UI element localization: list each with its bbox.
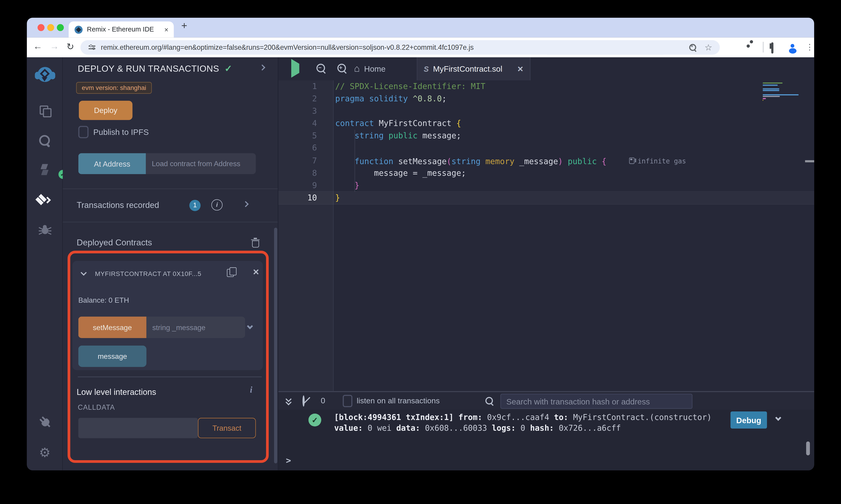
code-line-4[interactable]: 4contract MyFirstContract { xyxy=(278,118,814,130)
browser-menu-icon[interactable]: ⋮ xyxy=(806,42,813,52)
publish-ipfs-checkbox[interactable] xyxy=(79,126,89,138)
plugin-manager-icon[interactable] xyxy=(27,415,63,428)
code-line-9[interactable]: 9 } xyxy=(278,179,814,192)
code-line-8[interactable]: 8 message = _message; xyxy=(278,167,814,179)
transactions-expand-chevron-icon[interactable] xyxy=(243,201,249,207)
file-explorer-icon[interactable] xyxy=(27,106,63,116)
divider xyxy=(63,222,278,222)
zoom-page-icon[interactable]: + xyxy=(689,43,697,52)
transactions-recorded-label: Transactions recorded xyxy=(77,200,159,210)
home-tab-label: Home xyxy=(364,65,385,73)
panel-title: DEPLOY & RUN TRANSACTIONS xyxy=(78,64,219,74)
tab-file-active[interactable]: S MyFirstContract.sol ✕ xyxy=(417,57,531,80)
code-line-6[interactable]: 6 xyxy=(278,142,814,155)
balance-label: Balance: 0 ETH xyxy=(79,296,129,304)
bookmark-star-icon[interactable]: ☆ xyxy=(705,42,713,53)
file-tab-label: MyFirstContract.sol xyxy=(433,65,513,73)
editor-scrollbar-thumb[interactable] xyxy=(805,160,814,162)
clear-console-icon[interactable] xyxy=(303,396,305,406)
debugger-icon[interactable] xyxy=(27,224,63,235)
solidity-file-icon: S xyxy=(424,65,429,73)
deploy-button[interactable]: Deploy xyxy=(79,101,133,120)
publish-ipfs-label: Publish to IPFS xyxy=(93,128,149,137)
code-line-1[interactable]: 1// SPDX-License-Identifier: MIT xyxy=(278,80,814,93)
listen-all-label: listen on all transactions xyxy=(357,396,440,405)
tab-title: Remix - Ethereum IDE xyxy=(87,26,161,33)
evm-version-badge: evm version: shanghai xyxy=(76,82,152,94)
code-lines: 1// SPDX-License-Identifier: MIT2pragma … xyxy=(278,80,814,204)
deployed-contracts-label: Deployed Contracts xyxy=(77,238,152,248)
code-editor[interactable]: 1// SPDX-License-Identifier: MIT2pragma … xyxy=(278,80,814,391)
tx-success-icon: ✓ xyxy=(308,414,321,426)
search-icon[interactable] xyxy=(27,134,63,147)
address-bar[interactable]: remix.ethereum.org/#lang=en&optimize=fal… xyxy=(81,40,720,55)
screen: Remix - Ethereum IDE × + ← → ↻ remix.eth… xyxy=(0,0,841,504)
expand-log-chevron-icon[interactable] xyxy=(775,415,782,421)
calldata-label: CALLDATA xyxy=(78,403,115,411)
deployed-contract-card: MYFIRSTCONTRACT AT 0X10F...5 ✕ Balance: … xyxy=(72,261,263,370)
deploy-run-panel: DEPLOY & RUN TRANSACTIONS ✓ evm version:… xyxy=(63,57,278,470)
site-settings-icon[interactable] xyxy=(88,45,96,50)
code-line-2[interactable]: 2pragma solidity ^0.8.0; xyxy=(278,93,814,105)
panel-scrollbar[interactable] xyxy=(274,228,277,463)
back-icon[interactable]: ← xyxy=(33,41,42,52)
browser-toolbar: ← → ↻ remix.ethereum.org/#lang=en&optimi… xyxy=(27,37,814,57)
listen-all-checkbox[interactable] xyxy=(343,395,353,407)
editor-topbar: − + ⌂ Home S MyFirstContract.sol ✕ xyxy=(278,57,814,80)
traffic-close-button[interactable] xyxy=(37,24,45,31)
url-text[interactable]: remix.ethereum.org/#lang=en&optimize=fal… xyxy=(101,43,474,51)
new-tab-button[interactable]: + xyxy=(181,20,187,32)
solidity-compiler-icon[interactable]: ✓ xyxy=(27,163,63,176)
tab-home[interactable]: ⌂ Home xyxy=(354,57,385,80)
message-getter-button[interactable]: message xyxy=(79,346,147,367)
code-line-3[interactable]: 3 xyxy=(278,105,814,117)
panel-collapse-chevron-icon[interactable] xyxy=(259,65,265,71)
run-script-play-icon[interactable] xyxy=(291,64,299,73)
terminal-scrollbar-thumb[interactable] xyxy=(806,442,810,455)
code-line-7[interactable]: 7 function setMessage(string memory _mes… xyxy=(278,155,814,167)
transaction-log[interactable]: [block:4994361 txIndex:1] from: 0x9cf...… xyxy=(334,412,711,433)
low-level-label: Low level interactions xyxy=(77,388,156,397)
gas-pump-icon xyxy=(629,158,634,164)
remove-contract-icon[interactable]: ✕ xyxy=(253,267,259,277)
load-contract-input[interactable] xyxy=(146,153,256,174)
file-tab-close-icon[interactable]: ✕ xyxy=(517,65,524,73)
code-line-10[interactable]: 10} xyxy=(278,192,814,204)
terminal: 0 listen on all transactions ✓ [block:49… xyxy=(278,391,814,470)
settings-gear-icon[interactable]: ⚙ xyxy=(27,446,63,459)
terminal-prompt[interactable]: > xyxy=(286,455,291,466)
terminal-search-input[interactable] xyxy=(500,394,692,409)
traffic-zoom-button[interactable] xyxy=(57,24,64,31)
debug-button[interactable]: Debug xyxy=(731,411,767,429)
forward-icon[interactable]: → xyxy=(50,41,59,52)
panel-check-icon: ✓ xyxy=(224,63,232,74)
low-level-info-icon[interactable]: i xyxy=(250,385,252,395)
transactions-info-icon[interactable]: i xyxy=(211,199,223,211)
set-message-button[interactable]: setMessage xyxy=(79,317,147,338)
at-address-button[interactable]: At Address xyxy=(79,153,146,174)
pending-tx-count: 0 xyxy=(321,396,325,405)
code-line-5[interactable]: 5 string public message; xyxy=(278,130,814,142)
home-icon: ⌂ xyxy=(354,63,360,74)
calldata-input[interactable] xyxy=(79,418,198,438)
transact-button[interactable]: Transact xyxy=(198,418,256,438)
browser-tab[interactable]: Remix - Ethereum IDE × xyxy=(69,21,174,37)
editor-minimap[interactable] xyxy=(762,83,809,102)
remix-favicon-icon xyxy=(74,25,83,33)
icon-rail: ✓ ⚙ xyxy=(27,57,63,470)
toolbar-divider xyxy=(762,42,764,53)
set-message-input[interactable] xyxy=(147,317,245,338)
browser-tabstrip: Remix - Ethereum IDE × + xyxy=(27,18,814,37)
traffic-minimize-button[interactable] xyxy=(47,24,54,31)
browser-window: Remix - Ethereum IDE × + ← → ↻ remix.eth… xyxy=(27,18,814,470)
remix-logo-icon[interactable] xyxy=(27,67,63,83)
contract-header-label[interactable]: MYFIRSTCONTRACT AT 0X10F...5 xyxy=(95,270,223,277)
expand-args-chevron-icon[interactable] xyxy=(247,323,253,329)
divider xyxy=(78,377,262,377)
reload-icon[interactable]: ↻ xyxy=(67,41,74,53)
tab-close-icon[interactable]: × xyxy=(164,25,168,33)
terminal-header: 0 listen on all transactions xyxy=(278,392,814,410)
contract-expand-chevron-icon[interactable] xyxy=(81,270,87,276)
side-panel-icon[interactable] xyxy=(771,43,773,53)
deploy-run-icon[interactable] xyxy=(27,195,63,209)
